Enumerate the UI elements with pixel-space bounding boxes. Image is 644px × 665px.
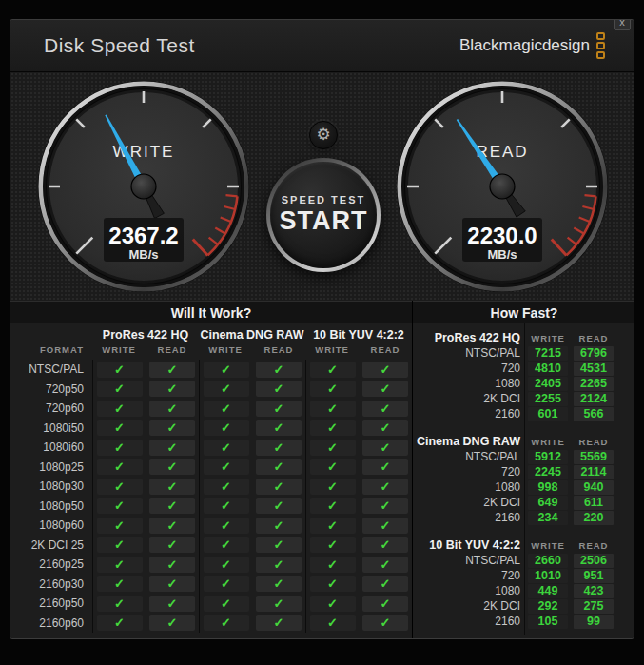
write-cell: 234 [528, 511, 568, 525]
format-label: 1080i50 [10, 419, 92, 439]
capability-cell: ✓ [252, 380, 305, 400]
resolution-label: NTSC/PAL [413, 554, 520, 567]
capability-cell: ✓ [92, 536, 146, 556]
check-icon: ✓ [204, 479, 249, 495]
speed-row: 2K DCI649611 [413, 495, 634, 510]
write-speed-value: 2405 [528, 377, 568, 391]
speed-section-header: ProRes 422 HQWRITEREAD [413, 330, 634, 345]
capability-cell: ✓ [305, 516, 359, 536]
check-icon: ✓ [310, 518, 356, 534]
check-icon: ✓ [362, 518, 408, 534]
capability-cell: ✓ [359, 594, 412, 614]
capability-cell: ✓ [359, 555, 412, 575]
format-label: 1080p60 [10, 516, 92, 536]
capability-cell: ✓ [199, 516, 252, 536]
check-icon: ✓ [310, 381, 356, 397]
capability-cell: ✓ [252, 497, 305, 517]
will-it-work-title: Will It Work? [10, 301, 412, 323]
speed-column-header: WRITE [528, 333, 568, 343]
format-label: 1080p25 [10, 458, 92, 478]
format-label: 2160p30 [10, 575, 92, 595]
title-bar: Disk Speed Test Blackmagicdesign [10, 20, 634, 72]
write-speed-value: 649 [528, 496, 568, 510]
read-speed-value: 99 [574, 615, 614, 629]
check-icon: ✓ [362, 537, 408, 553]
format-row: 720p50✓✓✓✓✓✓ [10, 380, 412, 400]
start-button[interactable]: SPEED TEST START [266, 158, 381, 272]
check-icon: ✓ [204, 557, 249, 573]
resolution-label: 2160 [413, 407, 520, 421]
read-cell: 5569 [574, 450, 614, 464]
capability-cell: ✓ [359, 399, 412, 419]
capability-cell: ✓ [92, 555, 146, 575]
check-icon: ✓ [256, 537, 302, 553]
format-label: 720p60 [10, 399, 92, 419]
check-icon: ✓ [97, 537, 143, 553]
check-icon: ✓ [310, 576, 356, 592]
capability-cell: ✓ [146, 438, 199, 458]
gauge-unit: MB/s [128, 247, 158, 262]
check-icon: ✓ [97, 401, 143, 417]
speed-row: 72022452114 [413, 464, 634, 479]
read-speed-value: 2506 [574, 554, 614, 568]
capability-cell: ✓ [305, 536, 359, 556]
capability-cell: ✓ [146, 419, 199, 439]
gauge-unit: MB/s [487, 247, 517, 262]
how-fast-panel: How Fast? ProRes 422 HQWRITEREADNTSC/PAL… [412, 301, 634, 639]
resolution-label: 2160 [413, 511, 520, 524]
check-icon: ✓ [204, 537, 249, 553]
check-icon: ✓ [97, 381, 143, 397]
capability-cell: ✓ [199, 477, 252, 497]
will-it-work-panel: Will It Work? ProRes 422 HQCinema DNG RA… [10, 301, 412, 639]
write-speed-value: 449 [528, 584, 568, 598]
check-icon: ✓ [310, 596, 356, 612]
check-icon: ✓ [149, 420, 195, 436]
capability-cell: ✓ [92, 614, 146, 634]
check-column-header: WRITE [305, 344, 359, 360]
format-row: 1080p30✓✓✓✓✓✓ [10, 477, 412, 497]
read-speed-value: 5569 [574, 450, 614, 464]
read-cell: 951 [574, 569, 614, 583]
capability-cell: ✓ [199, 438, 252, 458]
capability-cell: ✓ [359, 438, 412, 458]
write-speed-value: 1010 [528, 569, 568, 583]
capability-cell: ✓ [359, 477, 412, 497]
check-column-header: READ [359, 344, 412, 360]
check-icon: ✓ [204, 615, 249, 631]
write-speed-value: 4810 [528, 362, 568, 376]
check-icon: ✓ [256, 362, 302, 378]
write-cell: 449 [528, 584, 568, 598]
check-icon: ✓ [97, 362, 143, 378]
capability-cell: ✓ [252, 419, 305, 439]
check-icon: ✓ [256, 498, 302, 514]
speed-table: ProRes 422 HQWRITEREADNTSC/PAL7215679672… [413, 323, 634, 639]
check-icon: ✓ [204, 381, 249, 397]
codec-group-label: 10 Bit YUV 4:2:2 [305, 328, 412, 344]
check-icon: ✓ [256, 615, 302, 631]
check-column-header: READ [146, 344, 199, 360]
format-row: 1080i50✓✓✓✓✓✓ [10, 419, 412, 439]
close-icon[interactable]: x [614, 19, 631, 30]
read-gauge: READ 2230.0 MB/s [395, 79, 610, 294]
read-cell: 275 [574, 599, 614, 614]
read-cell: 423 [574, 584, 614, 598]
check-column-header: WRITE [92, 344, 146, 360]
read-cell: 566 [574, 407, 614, 421]
format-label: 720p50 [10, 380, 92, 400]
check-icon: ✓ [204, 440, 249, 456]
settings-gear-icon[interactable]: ⚙ [309, 121, 338, 149]
write-cell: 998 [528, 480, 568, 495]
capability-cell: ✓ [146, 477, 199, 497]
capability-cell: ✓ [305, 458, 359, 478]
check-icon: ✓ [362, 420, 408, 436]
check-icon: ✓ [362, 440, 408, 456]
write-speed-value: 7215 [528, 346, 568, 361]
format-row: 1080p60✓✓✓✓✓✓ [10, 516, 412, 536]
capability-cell: ✓ [199, 555, 252, 575]
speed-row: 2K DCI292275 [413, 598, 634, 614]
codec-name: ProRes 422 HQ [413, 331, 520, 344]
write-cell: 292 [528, 599, 568, 614]
write-cell: 2255 [528, 392, 568, 406]
check-icon: ✓ [256, 401, 302, 417]
speed-row: NTSC/PAL72156796 [413, 345, 634, 361]
